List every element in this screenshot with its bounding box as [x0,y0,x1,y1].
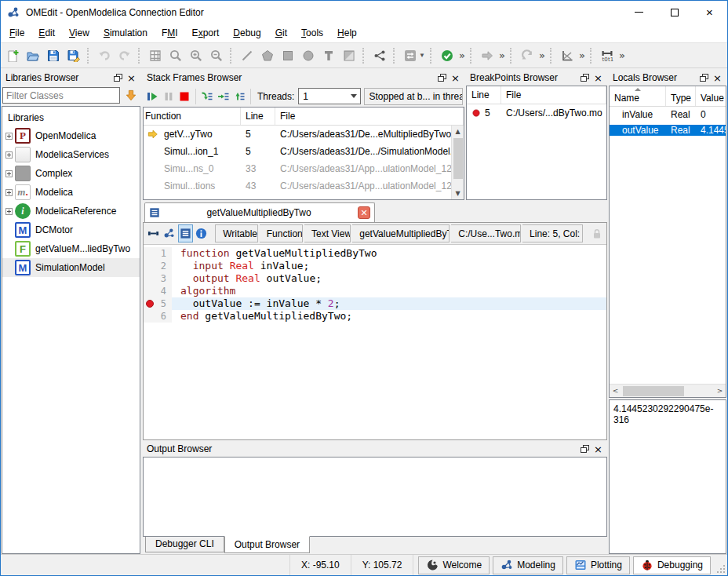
close-button[interactable]: × [692,1,727,24]
perspective-modeling-button[interactable]: Modeling [493,556,563,574]
new-modelica-class-button[interactable] [2,46,23,66]
float-panel-icon[interactable] [435,72,449,84]
perspective-welcome-button[interactable]: Welcome [418,556,490,574]
step-return-button[interactable] [231,87,247,106]
library-item-modelicareference[interactable]: iModelicaReference [2,202,140,221]
maximize-button[interactable] [657,1,692,24]
toolbar-overflow-icon[interactable]: » [539,49,545,61]
column-header-line[interactable]: Line [241,108,275,125]
ellipse-shape-button[interactable] [298,46,318,66]
toolbar-overflow-icon[interactable]: » [459,49,465,61]
output-tab-output-browser[interactable]: Output Browser [224,536,310,553]
minimize-button[interactable] [621,1,657,24]
editor-tab[interactable]: getValueMultipliedByTwo ✕ [144,202,375,222]
column-header-name[interactable]: Name [610,86,666,106]
menu-fmi[interactable]: FMI [155,25,185,41]
scrollbar-thumb[interactable] [453,138,463,179]
resize-grip[interactable] [715,563,725,573]
reset-zoom-button[interactable] [166,46,186,66]
library-item-dcmotor[interactable]: MDCMotor [2,221,140,239]
code-editor[interactable]: 1function getValueMultipliedByTwo2 input… [144,244,606,439]
diagram-view-button[interactable] [162,224,177,242]
expand-icon[interactable] [5,189,13,196]
zoom-in-button[interactable] [186,46,206,66]
column-header-function[interactable]: Function [144,108,241,125]
tab-close-icon[interactable]: ✕ [358,206,370,219]
column-header-line[interactable]: Line [467,86,501,104]
toolbar-overflow-icon[interactable]: » [579,49,585,61]
expand-icon[interactable] [5,170,13,177]
output-browser-content[interactable] [143,457,607,537]
line-number-gutter[interactable]: 2 [144,260,172,272]
scroll-to-active-icon[interactable] [122,87,140,104]
filter-classes-input[interactable] [2,87,120,104]
documentation-view-button[interactable] [195,224,209,242]
library-item-modelicaservices[interactable]: ModelicaServices [2,145,140,164]
close-panel-icon[interactable]: × [125,72,138,84]
scroll-up-icon[interactable]: ▲ [452,126,464,137]
scroll-left-icon[interactable]: < [610,387,621,395]
local-variable-row[interactable]: outValueReal4.14452 [610,122,726,138]
stack-frame-row[interactable]: Simul...ion_15C:/Users/adeas31/De.../Sim… [144,143,464,160]
menu-help[interactable]: Help [330,25,364,41]
stop-button[interactable] [177,87,192,106]
new-plot-window-button[interactable] [557,46,577,66]
local-variable-row[interactable]: inValueReal0 [610,107,726,122]
horizontal-scrollbar[interactable]: < > [610,384,726,397]
code-line-4[interactable]: 4algorithm [144,285,606,297]
combo-dropdown-icon[interactable] [348,94,360,98]
step-over-button[interactable] [199,87,215,106]
column-header-file[interactable]: File [275,108,464,125]
stack-frame-row[interactable]: Simu...ns_033C:/Users/adeas31/App...ulat… [144,160,464,177]
perspective-plotting-button[interactable]: Plotting [566,556,630,574]
simulation-time-button[interactable]: t0t1 [597,46,617,66]
close-panel-icon[interactable]: × [711,72,724,84]
connect-mode-button[interactable] [369,46,390,66]
menu-debug[interactable]: Debug [226,25,268,41]
breakpoint-row[interactable]: 5C:/Users/...dByTwo.mo [467,104,606,122]
float-panel-icon[interactable] [697,72,711,84]
code-line-6[interactable]: 6end getValueMultipliedByTwo; [144,310,606,323]
transition-mode-button[interactable] [400,46,420,66]
bitmap-shape-button[interactable] [339,46,359,66]
save-button[interactable] [43,46,64,66]
stack-frame-row[interactable]: Simul...tions43C:/Users/adeas31/App...ul… [144,177,464,195]
expand-icon[interactable] [5,151,13,159]
line-number-gutter[interactable]: 6 [144,310,172,323]
library-item-modelica[interactable]: m.Modelica [2,183,140,202]
float-panel-icon[interactable] [578,443,592,455]
library-item-simulationmodel[interactable]: MSimulationModel [2,258,140,277]
line-number-gutter[interactable]: 1 [144,247,172,260]
menu-simulation[interactable]: Simulation [96,25,155,41]
rectangle-shape-button[interactable] [278,46,298,66]
output-tab-debugger-cli[interactable]: Debugger CLI [145,537,224,552]
stack-frame-row[interactable]: getV...yTwo5C:/Users/adeas31/De...eMulti… [144,126,464,143]
close-panel-icon[interactable]: × [592,443,605,455]
code-line-2[interactable]: 2 input Real inValue; [144,260,606,272]
breakpoint-icon[interactable] [146,300,154,308]
line-number-gutter[interactable]: 3 [144,272,172,285]
text-view-button[interactable] [178,224,193,242]
editor-info-writable[interactable]: Writable [215,224,258,242]
redo-button[interactable] [115,46,135,66]
perspective-debugging-button[interactable]: Debugging [633,556,711,574]
menu-edit[interactable]: Edit [31,25,62,41]
menu-export[interactable]: Export [185,25,227,41]
line-number-gutter[interactable]: 5 [144,297,172,310]
menu-file[interactable]: File [2,25,31,41]
save-as-button[interactable] [64,46,84,66]
code-line-1[interactable]: 1function getValueMultipliedByTwo [144,247,606,260]
re-simulate-button[interactable] [517,46,537,66]
threads-combobox[interactable]: 1 [298,88,361,104]
scroll-down-icon[interactable]: ▼ [452,188,464,199]
code-line-3[interactable]: 3 output Real outValue; [144,272,606,285]
library-item-getvaluem-liedbytwo[interactable]: FgetValueM...liedByTwo [2,239,140,258]
column-header-type[interactable]: Type [666,86,696,106]
grid-button[interactable] [145,46,166,66]
zoom-out-button[interactable] [206,46,227,66]
column-header-file[interactable]: File [501,86,606,104]
float-panel-icon[interactable] [578,72,592,84]
check-model-button[interactable] [437,46,457,66]
scroll-right-icon[interactable]: > [714,387,726,395]
close-panel-icon[interactable]: × [449,72,462,84]
